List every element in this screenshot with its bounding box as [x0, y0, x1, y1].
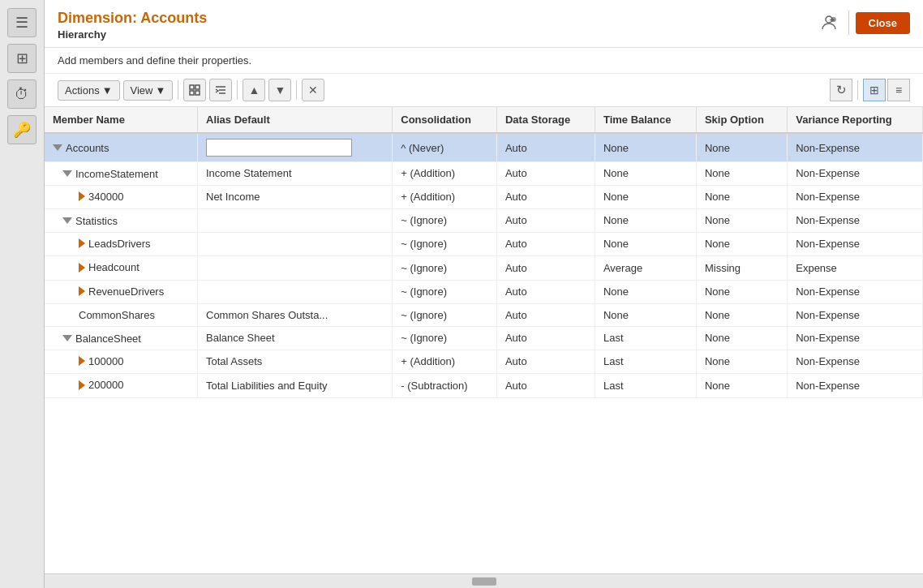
expand-down-icon[interactable]: [53, 144, 62, 151]
skip-option-cell: None: [696, 327, 787, 350]
toolbar-right: ↻ ⊞ ≡: [830, 79, 910, 101]
member-name: LeadsDrivers: [88, 238, 151, 250]
col-data-storage: Data Storage: [496, 107, 595, 133]
alias-cell: Common Shares Outsta...: [198, 304, 393, 327]
member-name: RevenueDrivers: [88, 285, 164, 298]
table-row[interactable]: IncomeStatementIncome Statement+ (Additi…: [45, 162, 923, 186]
expand-down-icon[interactable]: [62, 217, 72, 224]
time-balance-cell: None: [595, 133, 696, 162]
row-expand: 200000: [79, 379, 123, 391]
close-button[interactable]: Close: [856, 12, 910, 34]
variance-reporting-cell: Non-Expense: [788, 304, 923, 327]
expand-right-icon[interactable]: [79, 191, 85, 201]
row-expand: BalanceSheet: [62, 333, 141, 345]
alias-cell: [198, 232, 393, 256]
bottom-bar: [45, 573, 923, 588]
col-time-balance: Time Balance: [595, 107, 696, 133]
col-consolidation: Consolidation: [393, 107, 497, 133]
page-subtitle: Hierarchy: [58, 28, 207, 41]
alias-cell: Net Income: [198, 185, 393, 209]
move-up-btn[interactable]: ▲: [243, 79, 265, 101]
data-storage-cell: Auto: [496, 209, 595, 233]
row-expand: IncomeStatement: [62, 168, 158, 180]
sidebar-clock-icon[interactable]: ⏱: [7, 79, 36, 109]
member-name: 100000: [88, 355, 123, 367]
header-right: + Close: [816, 10, 910, 36]
separator-3: [296, 80, 297, 100]
view-button[interactable]: View ▼: [123, 80, 174, 101]
consolidation-cell: + (Addition): [393, 162, 497, 186]
variance-reporting-cell: Non-Expense: [788, 209, 923, 233]
actions-button[interactable]: Actions ▼: [58, 80, 120, 101]
move-down-btn[interactable]: ▼: [268, 79, 291, 101]
refresh-btn[interactable]: ↻: [830, 79, 852, 101]
data-storage-cell: Auto: [496, 162, 595, 186]
table-row[interactable]: CommonSharesCommon Shares Outsta...~ (Ig…: [45, 304, 923, 327]
skip-option-cell: None: [696, 232, 787, 256]
skip-option-cell: None: [696, 209, 787, 233]
list-view-btn[interactable]: ≡: [887, 79, 910, 101]
skip-option-cell: None: [696, 280, 787, 304]
expand-down-icon[interactable]: [62, 335, 72, 341]
variance-reporting-cell: Expense: [788, 256, 923, 281]
view-label: View: [131, 84, 153, 97]
skip-option-cell: None: [696, 185, 787, 209]
skip-option-cell: None: [696, 162, 787, 186]
time-balance-cell: Average: [595, 256, 696, 281]
alias-cell[interactable]: [198, 133, 393, 162]
indent-icon-btn[interactable]: [209, 79, 232, 101]
expand-right-icon[interactable]: [79, 286, 85, 296]
member-name: Accounts: [66, 142, 109, 154]
sidebar: ☰ ⊞ ⏱ 🔑: [0, 0, 45, 588]
grid-view-btn[interactable]: ⊞: [863, 79, 886, 101]
data-storage-cell: Auto: [496, 133, 595, 162]
table-row[interactable]: LeadsDrivers~ (Ignore)AutoNoneNoneNon-Ex…: [45, 232, 923, 256]
time-balance-cell: None: [595, 185, 696, 209]
table-row[interactable]: Headcount~ (Ignore)AutoAverageMissingExp…: [45, 256, 923, 281]
alias-cell: Balance Sheet: [198, 327, 393, 350]
svg-rect-3: [190, 85, 194, 89]
user-icon[interactable]: +: [816, 10, 842, 36]
row-expand: Accounts: [53, 142, 109, 154]
row-expand: CommonShares: [79, 309, 155, 321]
col-alias-default: Alias Default: [198, 107, 393, 133]
actions-dropdown-icon: ▼: [102, 84, 113, 97]
time-balance-cell: None: [595, 209, 696, 233]
time-balance-cell: Last: [595, 327, 696, 350]
expand-right-icon[interactable]: [79, 380, 85, 390]
table-row[interactable]: 340000Net Income+ (Addition)AutoNoneNone…: [45, 185, 923, 209]
expand-right-icon[interactable]: [79, 356, 85, 366]
member-name: IncomeStatement: [75, 168, 158, 180]
header-separator: [848, 11, 849, 35]
data-storage-cell: Auto: [496, 327, 595, 350]
table-row[interactable]: Statistics~ (Ignore)AutoNoneNoneNon-Expe…: [45, 209, 923, 233]
table-row[interactable]: 100000Total Assets+ (Addition)AutoLastNo…: [45, 350, 923, 374]
scroll-indicator[interactable]: [472, 577, 496, 586]
time-balance-cell: Last: [595, 350, 696, 374]
data-storage-cell: Auto: [496, 374, 595, 398]
time-balance-cell: None: [595, 162, 696, 186]
expand-right-icon[interactable]: [79, 238, 85, 248]
expand-icon-btn[interactable]: [183, 79, 206, 101]
sidebar-key-icon[interactable]: 🔑: [7, 115, 36, 144]
table-row[interactable]: RevenueDrivers~ (Ignore)AutoNoneNoneNon-…: [45, 280, 923, 304]
alias-input[interactable]: [206, 139, 352, 157]
delete-btn[interactable]: ✕: [302, 79, 324, 101]
consolidation-cell: ~ (Ignore): [393, 256, 497, 281]
expand-right-icon[interactable]: [79, 263, 85, 273]
expand-down-icon[interactable]: [62, 170, 72, 177]
skip-option-cell: None: [696, 350, 787, 374]
member-name: 340000: [88, 191, 123, 203]
skip-option-cell: None: [696, 133, 787, 162]
alias-cell: Income Statement: [198, 162, 393, 186]
header-left: Dimension: Accounts Hierarchy: [58, 10, 207, 41]
table-row[interactable]: Accounts^ (Never)AutoNoneNoneNon-Expense: [45, 133, 923, 162]
sidebar-list-icon[interactable]: ☰: [7, 8, 36, 37]
table-row[interactable]: BalanceSheetBalance Sheet~ (Ignore)AutoL…: [45, 327, 923, 350]
sidebar-grid-icon[interactable]: ⊞: [7, 44, 36, 73]
svg-rect-4: [195, 85, 200, 89]
separator-4: [857, 80, 858, 100]
table-row[interactable]: 200000Total Liabilities and Equity- (Sub…: [45, 374, 923, 398]
data-table: Member Name Alias Default Consolidation …: [45, 107, 923, 398]
table-area[interactable]: Member Name Alias Default Consolidation …: [45, 107, 923, 573]
